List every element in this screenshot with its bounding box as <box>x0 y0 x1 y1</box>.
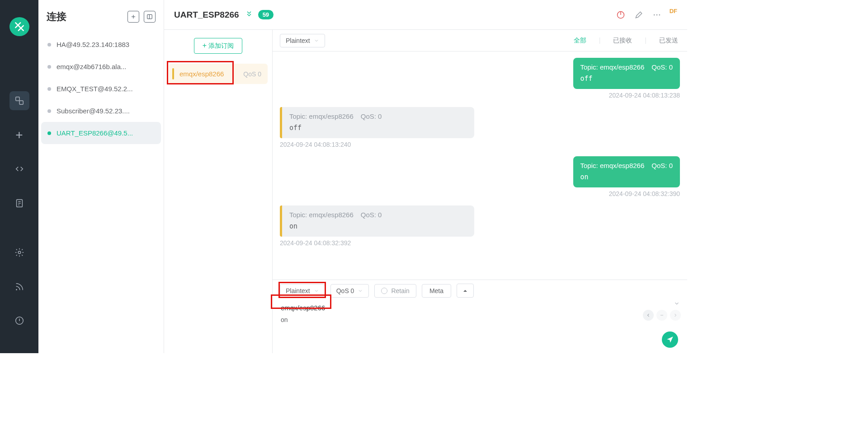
connection-list: HA@49.52.23.140:1883 emqx@z4b6716b.ala..… <box>38 33 164 144</box>
message-received: Topic: emqx/esp8266QoS: 0 on <box>280 205 474 237</box>
messages-panel: Plaintext 全部 | 已接收 | 已发送 Topic: emqx/ <box>273 30 687 353</box>
connection-item[interactable]: HA@49.52.23.140:1883 <box>41 33 161 56</box>
user-initials[interactable]: DF <box>670 8 677 14</box>
message-filter-tabs: 全部 | 已接收 | 已发送 <box>572 37 680 45</box>
disconnect-icon[interactable] <box>616 10 625 19</box>
panel-toggle-button[interactable] <box>144 11 156 23</box>
svg-point-7 <box>16 289 17 290</box>
message-timestamp: 2024-09-24 04:08:13:238 <box>609 92 680 99</box>
rail-code-icon[interactable] <box>9 159 29 178</box>
filter-tab-all[interactable]: 全部 <box>572 37 588 45</box>
rail-connections-icon[interactable] <box>9 91 29 110</box>
message-count-badge: 59 <box>258 10 274 19</box>
expand-toggle-icon[interactable] <box>245 10 253 19</box>
history-mid-button <box>656 310 667 321</box>
message-timestamp: 2024-09-24 04:08:32:390 <box>609 190 680 197</box>
rail-alert-icon[interactable] <box>9 311 29 330</box>
topic-input[interactable] <box>280 301 680 314</box>
message-sent: Topic: emqx/esp8266QoS: 0 off <box>573 58 680 89</box>
subscriptions-panel: +添加订阅 emqx/esp8266 QoS 0 <box>164 30 273 353</box>
svg-point-6 <box>18 251 21 254</box>
connection-item[interactable]: Subscriber@49.52.23.... <box>41 100 161 122</box>
payload-format-select[interactable]: Plaintext <box>280 284 325 298</box>
history-prev-button[interactable] <box>643 310 654 321</box>
connection-item[interactable]: EMQX_TEST@49.52.2... <box>41 78 161 100</box>
subscription-card[interactable]: emqx/esp8266 QoS 0 <box>169 64 268 84</box>
qos-select[interactable]: QoS 0 <box>330 284 369 298</box>
topic-expand-icon[interactable] <box>674 300 680 308</box>
svg-point-10 <box>19 322 19 323</box>
message-timestamp: 2024-09-24 04:08:32:392 <box>280 239 680 247</box>
main-panel: UART_ESP8266 59 DF +添加订阅 emqx/esp8266 Qo… <box>164 0 687 353</box>
message-sent: Topic: emqx/esp8266QoS: 0 on <box>573 156 680 187</box>
more-icon[interactable] <box>652 10 661 19</box>
connection-item[interactable]: emqx@z4b6716b.ala... <box>41 56 161 78</box>
svg-rect-0 <box>15 97 19 101</box>
subscription-topic: emqx/esp8266 <box>179 70 224 78</box>
add-subscription-button[interactable]: +添加订阅 <box>194 38 242 54</box>
connection-title: UART_ESP8266 <box>174 10 239 20</box>
rail-add-icon[interactable]: + <box>9 126 29 145</box>
history-next-button <box>670 310 681 321</box>
new-connection-button[interactable] <box>127 11 139 23</box>
retain-toggle[interactable]: Retain <box>374 284 416 298</box>
message-received: Topic: emqx/esp8266QoS: 0 off <box>280 107 474 138</box>
payload-input[interactable] <box>280 314 680 346</box>
history-nav <box>643 310 681 321</box>
svg-rect-1 <box>19 101 23 104</box>
collapse-composer-button[interactable] <box>457 284 474 298</box>
connection-item[interactable]: UART_ESP8266@49.5... <box>41 122 161 144</box>
app-rail: + <box>0 0 38 353</box>
view-format-select[interactable]: Plaintext <box>280 34 325 47</box>
svg-point-19 <box>659 14 660 15</box>
message-stream[interactable]: Topic: emqx/esp8266QoS: 0 off 2024-09-24… <box>273 51 687 280</box>
message-timestamp: 2024-09-24 04:08:13:240 <box>280 141 680 148</box>
svg-point-17 <box>653 14 655 15</box>
filter-tab-sent[interactable]: 已发送 <box>657 37 680 45</box>
send-button[interactable] <box>662 331 678 348</box>
app-logo <box>9 17 29 36</box>
radio-icon <box>381 288 387 294</box>
sidebar-title: 连接 <box>47 10 66 23</box>
rail-log-icon[interactable] <box>9 194 29 213</box>
svg-marker-20 <box>463 290 467 292</box>
rail-rss-icon[interactable] <box>9 277 29 296</box>
publish-composer: Plaintext QoS 0 Retain Meta <box>273 280 687 353</box>
connections-sidebar: 连接 HA@49.52.23.140:1883 emqx@z4b6716b.al… <box>38 0 164 353</box>
connection-topbar: UART_ESP8266 59 DF <box>164 0 687 30</box>
rail-settings-icon[interactable] <box>9 243 29 262</box>
svg-point-18 <box>656 14 657 15</box>
subscription-qos: QoS 0 <box>243 70 261 78</box>
edit-icon[interactable] <box>634 10 643 19</box>
filter-tab-received[interactable]: 已接收 <box>611 37 634 45</box>
meta-button[interactable]: Meta <box>422 284 451 298</box>
